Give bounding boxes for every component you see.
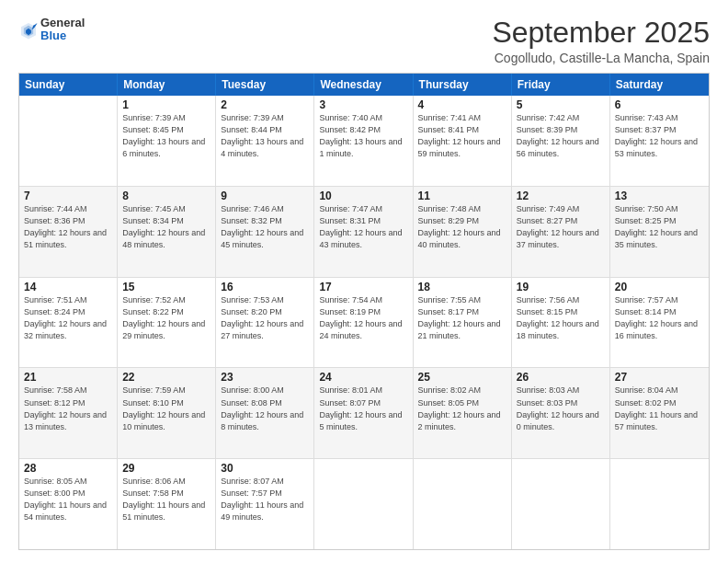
day-number: 8 [122,190,210,202]
calendar-cell: 28Sunrise: 8:05 AM Sunset: 8:00 PM Dayli… [19,459,118,549]
calendar-cell: 12Sunrise: 7:49 AM Sunset: 8:27 PM Dayli… [512,187,610,277]
calendar-row: 21Sunrise: 7:58 AM Sunset: 8:12 PM Dayli… [19,368,709,459]
calendar-row: 14Sunrise: 7:51 AM Sunset: 8:24 PM Dayli… [19,278,709,369]
logo-general: General [40,16,85,29]
calendar-cell: 29Sunrise: 8:06 AM Sunset: 7:58 PM Dayli… [118,459,216,549]
cell-info: Sunrise: 8:06 AM Sunset: 7:58 PM Dayligh… [122,476,210,523]
calendar-cell: 30Sunrise: 8:07 AM Sunset: 7:57 PM Dayli… [216,459,314,549]
calendar-cell: 27Sunrise: 8:04 AM Sunset: 8:02 PM Dayli… [610,368,709,458]
day-number: 22 [122,371,210,384]
day-number: 4 [418,98,506,111]
calendar-cell [512,459,610,549]
cell-info: Sunrise: 7:55 AM Sunset: 8:17 PM Dayligh… [418,294,506,342]
calendar-cell [610,459,709,549]
cell-info: Sunrise: 8:05 AM Sunset: 8:00 PM Dayligh… [24,476,112,523]
cell-info: Sunrise: 7:48 AM Sunset: 8:29 PM Dayligh… [418,203,506,251]
day-number: 18 [418,281,506,293]
cell-info: Sunrise: 7:39 AM Sunset: 8:45 PM Dayligh… [122,112,210,160]
cell-info: Sunrise: 7:54 AM Sunset: 8:19 PM Dayligh… [319,294,407,342]
day-number: 24 [319,371,407,384]
calendar-cell: 14Sunrise: 7:51 AM Sunset: 8:24 PM Dayli… [19,278,118,368]
calendar-cell: 5Sunrise: 7:42 AM Sunset: 8:39 PM Daylig… [512,96,610,186]
calendar: SundayMondayTuesdayWednesdayThursdayFrid… [18,73,710,550]
day-number: 13 [615,190,704,202]
calendar-cell [314,459,413,549]
calendar-row: 28Sunrise: 8:05 AM Sunset: 8:00 PM Dayli… [19,459,709,549]
day-number: 26 [517,371,605,384]
calendar-cell: 26Sunrise: 8:03 AM Sunset: 8:03 PM Dayli… [512,368,610,458]
day-number: 6 [615,98,704,111]
day-number: 11 [418,190,506,202]
calendar-cell: 22Sunrise: 7:59 AM Sunset: 8:10 PM Dayli… [118,368,216,458]
cell-info: Sunrise: 7:52 AM Sunset: 8:22 PM Dayligh… [122,294,210,342]
cell-info: Sunrise: 8:04 AM Sunset: 8:02 PM Dayligh… [615,385,704,432]
cell-info: Sunrise: 8:03 AM Sunset: 8:03 PM Dayligh… [517,385,605,432]
logo: General Blue [18,17,85,43]
day-number: 1 [122,98,210,111]
cell-info: Sunrise: 7:44 AM Sunset: 8:36 PM Dayligh… [24,203,112,251]
day-number: 5 [517,98,605,111]
day-number: 7 [24,190,112,202]
cell-info: Sunrise: 7:57 AM Sunset: 8:14 PM Dayligh… [615,294,704,342]
calendar-cell: 18Sunrise: 7:55 AM Sunset: 8:17 PM Dayli… [414,278,512,368]
calendar-cell: 11Sunrise: 7:48 AM Sunset: 8:29 PM Dayli… [414,187,512,277]
month-title: September 2025 [492,17,710,49]
calendar-cell: 24Sunrise: 8:01 AM Sunset: 8:07 PM Dayli… [314,368,413,458]
cell-info: Sunrise: 7:43 AM Sunset: 8:37 PM Dayligh… [615,112,704,160]
calendar-row: 1Sunrise: 7:39 AM Sunset: 8:45 PM Daylig… [19,96,709,187]
day-number: 21 [24,371,112,384]
day-number: 15 [122,281,210,293]
logo-icon [18,20,39,40]
cell-info: Sunrise: 7:41 AM Sunset: 8:41 PM Dayligh… [418,112,506,160]
weekday-header: Thursday [414,74,512,96]
calendar-cell: 1Sunrise: 7:39 AM Sunset: 8:45 PM Daylig… [118,96,216,186]
cell-info: Sunrise: 8:02 AM Sunset: 8:05 PM Dayligh… [418,385,506,432]
header: General Blue September 2025 Cogolludo, C… [18,17,710,65]
calendar-cell: 3Sunrise: 7:40 AM Sunset: 8:42 PM Daylig… [314,96,413,186]
calendar-cell: 17Sunrise: 7:54 AM Sunset: 8:19 PM Dayli… [314,278,413,368]
location: Cogolludo, Castille-La Mancha, Spain [492,51,710,65]
calendar-cell: 20Sunrise: 7:57 AM Sunset: 8:14 PM Dayli… [610,278,709,368]
calendar-cell: 10Sunrise: 7:47 AM Sunset: 8:31 PM Dayli… [314,187,413,277]
calendar-cell: 13Sunrise: 7:50 AM Sunset: 8:25 PM Dayli… [610,187,709,277]
calendar-cell: 9Sunrise: 7:46 AM Sunset: 8:32 PM Daylig… [216,187,314,277]
day-number: 10 [319,190,407,202]
cell-info: Sunrise: 7:58 AM Sunset: 8:12 PM Dayligh… [24,385,112,432]
calendar-header: SundayMondayTuesdayWednesdayThursdayFrid… [19,74,709,96]
calendar-cell [414,459,512,549]
day-number: 20 [615,281,704,293]
cell-info: Sunrise: 7:56 AM Sunset: 8:15 PM Dayligh… [517,294,605,342]
calendar-page: General Blue September 2025 Cogolludo, C… [0,0,728,563]
day-number: 9 [221,190,309,202]
cell-info: Sunrise: 7:46 AM Sunset: 8:32 PM Dayligh… [221,203,309,251]
calendar-cell: 15Sunrise: 7:52 AM Sunset: 8:22 PM Dayli… [118,278,216,368]
cell-info: Sunrise: 7:40 AM Sunset: 8:42 PM Dayligh… [319,112,407,160]
cell-info: Sunrise: 7:39 AM Sunset: 8:44 PM Dayligh… [221,112,309,160]
calendar-cell: 23Sunrise: 8:00 AM Sunset: 8:08 PM Dayli… [216,368,314,458]
cell-info: Sunrise: 8:01 AM Sunset: 8:07 PM Dayligh… [319,385,407,432]
cell-info: Sunrise: 7:47 AM Sunset: 8:31 PM Dayligh… [319,203,407,251]
day-number: 17 [319,281,407,293]
cell-info: Sunrise: 8:07 AM Sunset: 7:57 PM Dayligh… [221,476,309,523]
cell-info: Sunrise: 7:53 AM Sunset: 8:20 PM Dayligh… [221,294,309,342]
weekday-header: Wednesday [314,74,413,96]
calendar-cell: 2Sunrise: 7:39 AM Sunset: 8:44 PM Daylig… [216,96,314,186]
day-number: 2 [221,98,309,111]
cell-info: Sunrise: 7:42 AM Sunset: 8:39 PM Dayligh… [517,112,605,160]
calendar-body: 1Sunrise: 7:39 AM Sunset: 8:45 PM Daylig… [19,96,709,549]
title-block: September 2025 Cogolludo, Castille-La Ma… [492,17,710,65]
weekday-header: Sunday [19,74,118,96]
calendar-cell: 6Sunrise: 7:43 AM Sunset: 8:37 PM Daylig… [610,96,709,186]
calendar-row: 7Sunrise: 7:44 AM Sunset: 8:36 PM Daylig… [19,187,709,278]
logo-blue: Blue [40,29,66,42]
weekday-header: Friday [512,74,610,96]
weekday-header: Saturday [610,74,709,96]
calendar-cell: 4Sunrise: 7:41 AM Sunset: 8:41 PM Daylig… [414,96,512,186]
calendar-cell [19,96,118,186]
day-number: 29 [122,462,210,475]
logo-text: General Blue [40,17,85,43]
day-number: 19 [517,281,605,293]
cell-info: Sunrise: 7:51 AM Sunset: 8:24 PM Dayligh… [24,294,112,342]
weekday-header: Tuesday [216,74,314,96]
calendar-cell: 8Sunrise: 7:45 AM Sunset: 8:34 PM Daylig… [118,187,216,277]
